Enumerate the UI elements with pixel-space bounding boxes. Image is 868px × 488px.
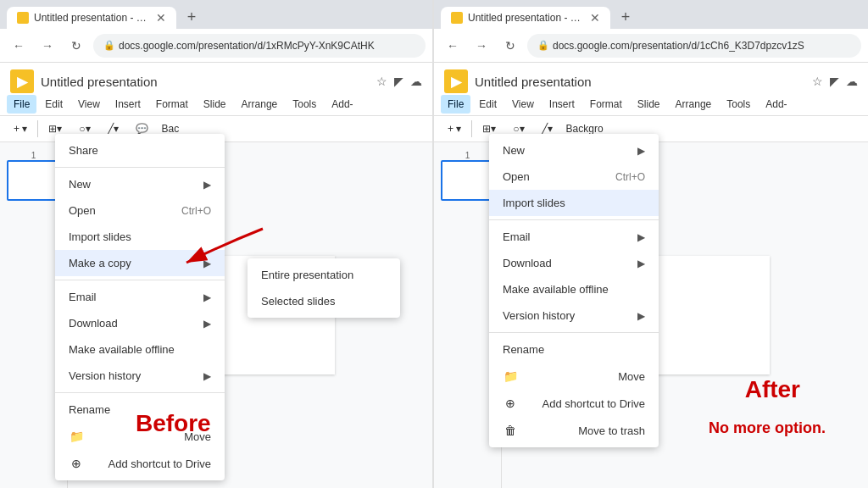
right-menu-file[interactable]: File [441,95,470,114]
left-url-text: docs.google.com/presentation/d/1xRMcPyY-… [119,40,375,52]
left-drive-icon[interactable]: ◤ [394,75,403,88]
right-slide-thumbnail[interactable] [441,160,495,201]
right-star-icon[interactable]: ☆ [812,75,823,88]
right-forward-button[interactable]: → [470,34,493,58]
right-tab-title: Untitled presentation - Google S [468,12,585,24]
left-new-arrow-icon: ▶ [203,179,211,191]
left-refresh-button[interactable]: ↻ [64,34,88,58]
left-slide-thumbnail[interactable] [7,160,61,201]
left-menu-open[interactable]: Open Ctrl+O [55,197,225,224]
left-back-button[interactable]: ← [7,34,31,58]
left-import-label: Import slides [69,230,131,243]
left-lock-icon: 🔒 [103,40,115,51]
left-menu-version-history[interactable]: Version history ▶ [55,363,225,389]
right-email-label: Email [503,230,531,243]
right-tab-close-icon[interactable]: ✕ [590,12,600,24]
left-background-label: Bac [162,123,180,135]
left-menu-available-offline[interactable]: Make available offline [55,336,225,363]
left-open-label: Open [69,204,96,217]
left-browser-window: Untitled presentation - Google S ✕ + ← →… [0,0,434,488]
right-menu-available-offline[interactable]: Make available offline [489,276,659,302]
left-new-tab-button[interactable]: + [180,5,203,29]
left-cloud-icon[interactable]: ☁ [410,75,422,88]
left-menu-new[interactable]: New ▶ [55,171,225,197]
left-make-copy-submenu: Entire presentation Selected slides [248,258,400,318]
right-rename-label: Rename [503,343,544,356]
left-menu-add-shortcut[interactable]: ⊕ Add shortcut to Drive [55,450,225,477]
right-header-icons: ☆ ◤ ☁ [812,75,858,88]
left-menu-edit[interactable]: Edit [38,95,70,114]
left-submenu-entire[interactable]: Entire presentation [248,262,400,288]
left-divider-2 [55,280,225,280]
right-menu-view[interactable]: View [505,95,541,114]
right-new-label: New [503,144,525,157]
right-offline-label: Make available offline [503,283,609,296]
right-tab-favicon [451,12,463,24]
left-menu-move[interactable]: 📁 Move [55,423,225,450]
left-star-icon[interactable]: ☆ [376,75,387,88]
right-slides-title[interactable]: Untitled presentation [475,75,805,89]
left-forward-button[interactable]: → [36,34,59,58]
right-slides-logo: ▶ [444,69,468,93]
right-menu-tools[interactable]: Tools [720,95,757,114]
left-menu-share[interactable]: Share [55,137,225,164]
right-menu-download[interactable]: Download ▶ [489,250,659,276]
right-open-shortcut: Ctrl+O [615,171,645,183]
left-make-copy-arrow-icon: ▶ [203,258,211,269]
right-url-bar[interactable]: 🔒 docs.google.com/presentation/d/1cCh6_K… [527,34,861,58]
left-url-bar[interactable]: 🔒 docs.google.com/presentation/d/1xRMcPy… [93,34,426,58]
right-import-label: Import slides [503,197,565,209]
right-tab[interactable]: Untitled presentation - Google S ✕ [441,7,610,29]
left-menu-file[interactable]: File [7,95,36,114]
right-menu-import-slides[interactable]: Import slides [489,190,659,216]
left-open-shortcut: Ctrl+O [181,205,211,217]
left-menu-insert[interactable]: Insert [108,95,147,114]
right-menu-format[interactable]: Format [583,95,629,114]
right-menu-move[interactable]: 📁 Move [489,363,659,390]
left-menu-format[interactable]: Format [149,95,195,114]
left-submenu-selected[interactable]: Selected slides [248,288,400,314]
right-back-button[interactable]: ← [441,34,465,58]
right-menu-move-trash[interactable]: 🗑 Move to trash [489,417,659,444]
right-menu-new[interactable]: New ▶ [489,137,659,164]
left-menu-view[interactable]: View [71,95,107,114]
right-menu-email[interactable]: Email ▶ [489,224,659,250]
right-refresh-button[interactable]: ↻ [498,34,522,58]
left-menu-rename[interactable]: Rename [55,396,225,423]
right-divider-2 [489,332,659,333]
left-tab-bar: Untitled presentation - Google S ✕ + [0,0,432,29]
left-menu-import-slides[interactable]: Import slides [55,224,225,250]
left-add-button[interactable]: + ▾ [7,119,34,138]
right-menu-add-shortcut[interactable]: ⊕ Add shortcut to Drive [489,390,659,417]
left-menu-email[interactable]: Email ▶ [55,284,225,310]
right-email-arrow-icon: ▶ [637,231,645,243]
left-menu-download[interactable]: Download ▶ [55,310,225,336]
right-new-tab-button[interactable]: + [614,5,637,29]
right-menu-rename[interactable]: Rename [489,336,659,363]
left-tab-close-icon[interactable]: ✕ [156,12,166,24]
right-menu-version-history[interactable]: Version history ▶ [489,302,659,329]
right-menu-addons[interactable]: Add- [759,95,793,114]
right-menu-open[interactable]: Open Ctrl+O [489,164,659,190]
left-slide-number: 1 [7,151,60,160]
right-menu-edit[interactable]: Edit [472,95,504,114]
right-add-button[interactable]: + ▾ [441,119,468,138]
right-drive-icon[interactable]: ◤ [830,75,839,88]
left-menu-slide[interactable]: Slide [197,95,233,114]
left-menu-addons[interactable]: Add- [325,95,359,114]
right-trash-label: Move to trash [578,424,645,437]
left-new-label: New [69,178,91,191]
left-menu-make-copy[interactable]: Make a copy ▶ [55,250,225,276]
right-slide-number: 1 [441,151,494,160]
right-cloud-icon[interactable]: ☁ [846,75,858,88]
left-version-arrow-icon: ▶ [203,370,211,382]
right-menu-slide[interactable]: Slide [631,95,667,114]
right-menu-arrange[interactable]: Arrange [669,95,719,114]
left-tab[interactable]: Untitled presentation - Google S ✕ [7,7,176,29]
left-menu-arrange[interactable]: Arrange [235,95,285,114]
right-open-label: Open [503,170,530,183]
left-tab-title: Untitled presentation - Google S [34,12,151,24]
right-menu-insert[interactable]: Insert [542,95,581,114]
left-menu-tools[interactable]: Tools [286,95,323,114]
left-slides-title[interactable]: Untitled presentation [41,75,370,89]
